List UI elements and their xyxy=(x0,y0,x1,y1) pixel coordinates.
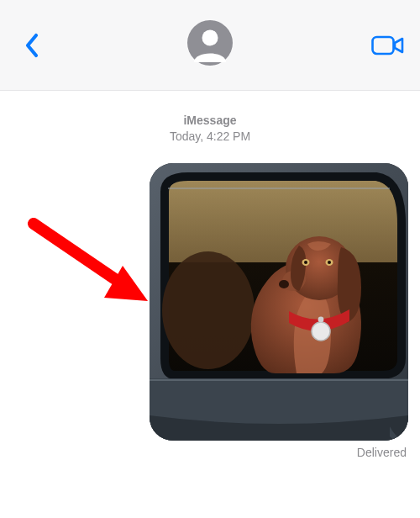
photo-dog-in-car-icon xyxy=(150,163,408,441)
svg-point-3 xyxy=(162,251,255,369)
svg-rect-1 xyxy=(373,37,394,54)
bubble-tail-icon xyxy=(390,426,408,441)
chevron-left-icon xyxy=(24,33,39,58)
svg-point-9 xyxy=(328,261,331,264)
delivery-status: Delivered xyxy=(0,441,420,459)
svg-point-7 xyxy=(304,261,307,264)
time-label: 4:22 PM xyxy=(207,130,250,143)
svg-point-0 xyxy=(202,30,218,46)
date-label: Today, xyxy=(170,130,203,143)
message-thread: iMessage Today, 4:22 PM xyxy=(0,91,420,518)
timestamp-header: iMessage Today, 4:22 PM xyxy=(0,113,420,145)
svg-point-12 xyxy=(318,316,324,322)
video-camera-icon xyxy=(371,34,405,56)
person-icon xyxy=(187,20,233,66)
conversation-header xyxy=(0,0,420,91)
outgoing-message-row xyxy=(0,145,420,441)
message-photo-attachment[interactable] xyxy=(150,163,408,441)
facetime-button[interactable] xyxy=(370,27,407,64)
svg-point-5 xyxy=(279,280,289,288)
contact-avatar[interactable] xyxy=(187,20,233,66)
service-label: iMessage xyxy=(0,113,420,129)
back-button[interactable] xyxy=(13,27,50,64)
